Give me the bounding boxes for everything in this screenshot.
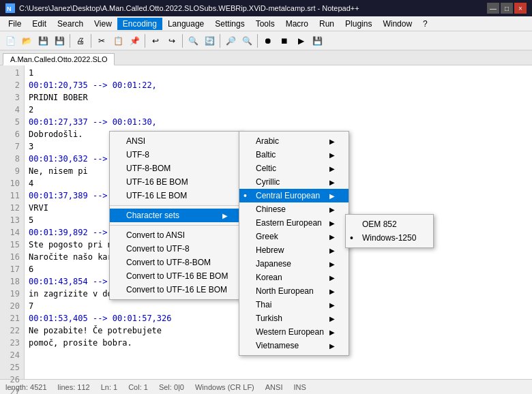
charset-cyrillic[interactable]: Cyrillic▶ [239, 175, 349, 189]
menu-window[interactable]: Window [377, 18, 417, 30]
app-icon: N [5, 3, 15, 13]
macro-stop-button[interactable]: ⏹ [277, 33, 292, 48]
charsets-submenu: Arabic▶ Baltic▶ Celtic▶ Cyrillic▶ • Cent… [239, 131, 349, 356]
charset-western-european[interactable]: Western European▶ [239, 325, 349, 339]
menu-plugins[interactable]: Plugins [340, 18, 377, 30]
maximize-button[interactable]: □ [501, 3, 513, 14]
line-number-3: 3 [4, 91, 20, 104]
window-controls[interactable]: — □ × [487, 3, 527, 14]
status-sel: Sel: 0|0 [159, 383, 184, 391]
charset-baltic[interactable]: Baltic▶ [239, 148, 349, 162]
charset-thai[interactable]: Thai▶ [239, 298, 349, 312]
minimize-button[interactable]: — [487, 3, 499, 14]
find-button[interactable]: 🔍 [186, 33, 201, 48]
editor-area: 1234567891011121314151617181920212223242… [0, 65, 532, 379]
menu-macro[interactable]: Macro [280, 18, 314, 30]
line-number-14: 14 [4, 226, 20, 239]
menu-tools[interactable]: Tools [250, 18, 280, 30]
menu-settings[interactable]: Settings [209, 18, 250, 30]
macro-play-button[interactable]: ▶ [293, 33, 308, 48]
charset-celtic[interactable]: Celtic▶ [239, 162, 349, 175]
encoding-menu: ANSI UTF-8 UTF-8-BOM UTF-16 BE BOM UTF-1… [109, 131, 242, 300]
encoding-convert-utf8-bom[interactable]: Convert to UTF-8-BOM [110, 256, 241, 269]
encoding-charsets[interactable]: Character sets ▶ [110, 209, 241, 222]
central-euro-bullet: • [243, 190, 247, 201]
tab-bar: A.Man.Called.Otto.2022.SLO [0, 50, 532, 65]
menu-edit[interactable]: Edit [27, 18, 52, 30]
encoding-utf8-bom[interactable]: UTF-8-BOM [110, 162, 241, 175]
save-all-button[interactable]: 💾 [52, 33, 67, 48]
menu-run[interactable]: Run [314, 18, 340, 30]
line-number-9: 9 [4, 165, 20, 177]
toolbar-sep-2 [91, 34, 91, 48]
new-button[interactable]: 📄 [3, 33, 18, 48]
menu-encoding[interactable]: Encoding [117, 18, 162, 30]
status-bar: length: 4521 lines: 112 Ln: 1 Col: 1 Sel… [0, 379, 532, 394]
central-euro-oem852[interactable]: OEM 852 [346, 217, 433, 231]
chinese-arrow: ▶ [329, 206, 335, 213]
line-number-4: 4 [4, 104, 20, 116]
line-number-18: 18 [4, 275, 20, 288]
central-euro-submenu: OEM 852 • Windows-1250 [345, 214, 434, 248]
cut-button[interactable]: ✂ [94, 33, 109, 48]
celtic-arrow: ▶ [329, 165, 335, 172]
undo-button[interactable]: ↩ [148, 33, 163, 48]
menu-help[interactable]: ? [417, 18, 433, 30]
greek-arrow: ▶ [329, 233, 335, 241]
find-replace-button[interactable]: 🔄 [202, 33, 217, 48]
win1250-bullet: • [350, 232, 353, 243]
encoding-utf16-be[interactable]: UTF-16 BE BOM [110, 175, 241, 189]
zoom-in-button[interactable]: 🔎 [223, 33, 238, 48]
encoding-ansi[interactable]: ANSI [110, 134, 241, 148]
central-euro-win1250[interactable]: • Windows-1250 [346, 231, 433, 245]
editor-line-1: 1 [29, 67, 528, 79]
menu-search[interactable]: Search [52, 18, 89, 30]
charset-turkish[interactable]: Turkish▶ [239, 312, 349, 325]
charset-japanese[interactable]: Japanese▶ [239, 257, 349, 271]
copy-button[interactable]: 📋 [110, 33, 125, 48]
charset-north-european[interactable]: North European▶ [239, 284, 349, 298]
thai-arrow: ▶ [329, 301, 335, 309]
status-encoding: ANSI [265, 383, 283, 391]
western-euro-arrow: ▶ [329, 329, 335, 336]
macro-save-button[interactable]: 💾 [310, 33, 325, 48]
open-button[interactable]: 📂 [19, 33, 34, 48]
charsets-arrow: ▶ [222, 212, 228, 219]
redo-button[interactable]: ↪ [164, 33, 179, 48]
tab-0[interactable]: A.Man.Called.Otto.2022.SLO [3, 53, 115, 65]
window-title: C:\Users\Janez\Desktop\A.Man.Called.Otto… [19, 4, 483, 12]
macro-record-button[interactable]: ⏺ [261, 33, 276, 48]
editor-line-3: PRIDNI BOBER [29, 91, 528, 104]
charset-hebrew[interactable]: Hebrew▶ [239, 243, 349, 257]
status-ins: INS [293, 383, 306, 391]
print-button[interactable]: 🖨 [73, 33, 88, 48]
encoding-convert-ansi[interactable]: Convert to ANSI [110, 228, 241, 242]
menu-language[interactable]: Language [162, 18, 209, 30]
menu-file[interactable]: File [3, 18, 27, 30]
charset-vietnamese[interactable]: Vietnamese▶ [239, 339, 349, 352]
charset-eastern-european[interactable]: Eastern European▶ [239, 216, 349, 230]
line-number-26: 26 [4, 374, 20, 386]
editor-line-2: 00:01:20,735 --> 00:01:22, [29, 79, 528, 91]
encoding-utf8[interactable]: UTF-8 [110, 148, 241, 162]
turkish-arrow: ▶ [329, 315, 335, 322]
charset-greek[interactable]: Greek▶ [239, 230, 349, 243]
baltic-arrow: ▶ [329, 151, 335, 159]
charset-chinese[interactable]: Chinese▶ [239, 202, 349, 216]
encoding-convert-utf16-be[interactable]: Convert to UTF-16 BE BOM [110, 269, 241, 283]
encoding-convert-utf8[interactable]: Convert to UTF-8 [110, 242, 241, 256]
vietnamese-arrow: ▶ [329, 342, 335, 350]
menu-view[interactable]: View [89, 18, 117, 30]
close-button[interactable]: × [514, 3, 527, 14]
toolbar-sep-5 [220, 34, 220, 48]
zoom-out-button[interactable]: 🔍 [239, 33, 254, 48]
hebrew-arrow: ▶ [329, 247, 335, 254]
charset-central-european[interactable]: • Central European ▶ [239, 189, 349, 202]
toolbar-sep-3 [145, 34, 145, 48]
encoding-utf16-le[interactable]: UTF-16 LE BOM [110, 189, 241, 202]
charset-korean[interactable]: Korean▶ [239, 271, 349, 284]
paste-button[interactable]: 📌 [127, 33, 142, 48]
save-button[interactable]: 💾 [35, 33, 50, 48]
encoding-convert-utf16-le[interactable]: Convert to UTF-16 LE BOM [110, 283, 241, 297]
charset-arabic[interactable]: Arabic▶ [239, 134, 349, 148]
